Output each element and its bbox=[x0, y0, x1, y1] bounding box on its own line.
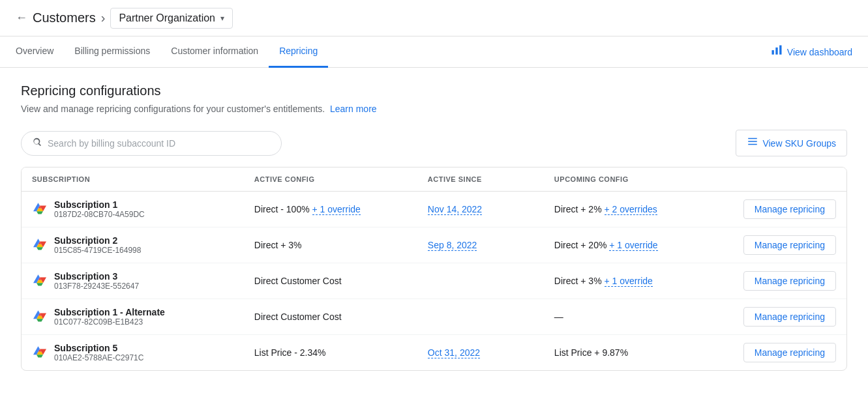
action-cell: Manage repricing bbox=[733, 227, 846, 263]
tab-overview[interactable]: Overview bbox=[16, 36, 64, 68]
upcoming-config-value: Direct + 20% bbox=[554, 240, 607, 250]
section-description: View and manage repricing configurations… bbox=[21, 104, 847, 114]
active-since-cell bbox=[417, 299, 544, 335]
manage-repricing-button[interactable]: Manage repricing bbox=[743, 343, 836, 362]
tab-customer-information[interactable]: Customer information bbox=[160, 36, 269, 68]
search-icon bbox=[32, 137, 42, 150]
learn-more-link[interactable]: Learn more bbox=[330, 104, 377, 114]
col-header-active-since: ACTIVE SINCE bbox=[417, 167, 544, 192]
table-row: Subscription 1 0187D2-08CB70-4A59DC Dire… bbox=[22, 192, 846, 227]
view-dashboard-label: View dashboard bbox=[787, 47, 852, 57]
table-header-row: SUBSCRIPTION ACTIVE CONFIG ACTIVE SINCE … bbox=[22, 167, 846, 192]
manage-repricing-button[interactable]: Manage repricing bbox=[743, 235, 836, 255]
svg-rect-1 bbox=[775, 48, 777, 55]
upcoming-config-value: — bbox=[554, 312, 563, 322]
col-header-upcoming-config: UPCOMING CONFIG bbox=[544, 167, 733, 192]
active-since-cell: Nov 14, 2022 bbox=[417, 192, 544, 227]
active-since-link[interactable]: Oct 31, 2022 bbox=[428, 347, 480, 358]
active-config-value: Direct Customer Cost bbox=[254, 312, 342, 322]
subscriptions-table: SUBSCRIPTION ACTIVE CONFIG ACTIVE SINCE … bbox=[21, 167, 847, 371]
active-since-cell: Sep 8, 2022 bbox=[417, 227, 544, 263]
breadcrumb-separator: › bbox=[101, 10, 106, 25]
active-config-cell: Direct + 3% bbox=[244, 227, 417, 263]
action-cell: Manage repricing bbox=[733, 263, 846, 299]
table-row: Subscription 3 013F78-29243E-552647 Dire… bbox=[22, 263, 846, 299]
subscription-name: Subscription 5 bbox=[54, 343, 143, 353]
upcoming-config-cell: Direct + 2% + 2 overrides bbox=[544, 192, 733, 227]
upcoming-config-value: Direct + 2% bbox=[554, 204, 602, 214]
upcoming-config-link[interactable]: + 1 override bbox=[609, 240, 657, 251]
col-header-action bbox=[733, 167, 846, 192]
table-row: Subscription 1 - Alternate 01C077-82C09B… bbox=[22, 299, 846, 335]
subscription-name: Subscription 3 bbox=[54, 271, 139, 282]
upcoming-config-link[interactable]: + 2 overrides bbox=[605, 204, 657, 215]
gcp-icon bbox=[32, 201, 48, 217]
gcp-icon bbox=[32, 237, 48, 253]
svg-rect-0 bbox=[771, 50, 773, 55]
view-dashboard-button[interactable]: View dashboard bbox=[770, 44, 852, 60]
active-since-cell bbox=[417, 263, 544, 299]
active-config-value: Direct - 100% bbox=[254, 204, 310, 214]
tab-repricing[interactable]: Repricing bbox=[269, 36, 328, 68]
breadcrumb-customers: Customers bbox=[33, 10, 96, 25]
upcoming-config-value: Direct + 3% bbox=[554, 276, 602, 286]
controls-row: View SKU Groups bbox=[21, 130, 847, 156]
active-config-value: Direct + 3% bbox=[254, 240, 302, 250]
tabs-bar: Overview Billing permissions Customer in… bbox=[0, 36, 868, 68]
section-title: Repricing configurations bbox=[21, 83, 847, 98]
upcoming-config-cell: Direct + 3% + 1 override bbox=[544, 263, 733, 299]
org-dropdown[interactable]: Partner Organization ▾ bbox=[110, 8, 233, 29]
subscription-id: 015C85-4719CE-164998 bbox=[54, 246, 141, 255]
subscription-cell: Subscription 5 010AE2-5788AE-C2971C bbox=[32, 343, 233, 362]
svg-rect-3 bbox=[749, 138, 758, 139]
col-header-active-config: ACTIVE CONFIG bbox=[244, 167, 417, 192]
svg-rect-2 bbox=[779, 46, 781, 55]
subscription-name: Subscription 1 bbox=[54, 199, 145, 210]
subscription-name: Subscription 1 - Alternate bbox=[54, 307, 165, 317]
manage-repricing-button[interactable]: Manage repricing bbox=[743, 199, 836, 219]
search-input[interactable] bbox=[48, 138, 271, 149]
subscription-cell: Subscription 2 015C85-4719CE-164998 bbox=[32, 235, 233, 255]
gcp-icon bbox=[32, 345, 48, 360]
subscription-id: 010AE2-5788AE-C2971C bbox=[54, 353, 143, 362]
col-header-subscription: SUBSCRIPTION bbox=[22, 167, 244, 192]
sku-groups-label: View SKU Groups bbox=[762, 138, 836, 149]
svg-rect-5 bbox=[749, 144, 758, 145]
menu-icon bbox=[747, 136, 758, 151]
active-config-link[interactable]: + 1 override bbox=[312, 204, 361, 215]
subscription-id: 013F78-29243E-552647 bbox=[54, 282, 139, 291]
upcoming-config-cell: List Price + 9.87% bbox=[544, 335, 733, 371]
upcoming-config-cell: — bbox=[544, 299, 733, 335]
org-name: Partner Organization bbox=[119, 12, 215, 24]
manage-repricing-button[interactable]: Manage repricing bbox=[743, 307, 836, 327]
main-content: Repricing configurations View and manage… bbox=[0, 68, 868, 386]
active-config-value: Direct Customer Cost bbox=[254, 276, 342, 286]
gcp-icon bbox=[32, 273, 48, 289]
active-since-cell: Oct 31, 2022 bbox=[417, 335, 544, 371]
table-row: Subscription 5 010AE2-5788AE-C2971C List… bbox=[22, 335, 846, 371]
active-config-cell: Direct Customer Cost bbox=[244, 263, 417, 299]
view-sku-groups-button[interactable]: View SKU Groups bbox=[736, 130, 847, 156]
tab-billing-permissions[interactable]: Billing permissions bbox=[64, 36, 160, 68]
active-config-value: List Price - 2.34% bbox=[254, 347, 326, 358]
action-cell: Manage repricing bbox=[733, 299, 846, 335]
bar-chart-icon bbox=[770, 44, 783, 60]
action-cell: Manage repricing bbox=[733, 192, 846, 227]
active-config-cell: List Price - 2.34% bbox=[244, 335, 417, 371]
action-cell: Manage repricing bbox=[733, 335, 846, 371]
gcp-icon bbox=[32, 309, 48, 325]
upcoming-config-value: List Price + 9.87% bbox=[554, 347, 628, 358]
svg-rect-4 bbox=[749, 141, 758, 142]
manage-repricing-button[interactable]: Manage repricing bbox=[743, 271, 836, 291]
active-since-link[interactable]: Nov 14, 2022 bbox=[428, 204, 482, 215]
subscription-id: 0187D2-08CB70-4A59DC bbox=[54, 210, 145, 219]
subscription-cell: Subscription 3 013F78-29243E-552647 bbox=[32, 271, 233, 291]
active-config-cell: Direct - 100% + 1 override bbox=[244, 192, 417, 227]
upcoming-config-cell: Direct + 20% + 1 override bbox=[544, 227, 733, 263]
subscription-name: Subscription 2 bbox=[54, 235, 141, 246]
active-config-cell: Direct Customer Cost bbox=[244, 299, 417, 335]
back-button[interactable]: ← bbox=[16, 11, 27, 25]
search-box[interactable] bbox=[21, 131, 282, 156]
upcoming-config-link[interactable]: + 1 override bbox=[605, 276, 653, 287]
active-since-link[interactable]: Sep 8, 2022 bbox=[428, 240, 477, 251]
